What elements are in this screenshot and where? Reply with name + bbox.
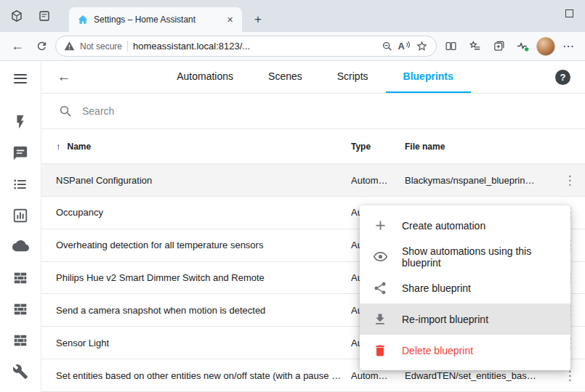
row-type: Automation <box>351 370 405 381</box>
chat-icon[interactable] <box>0 137 41 168</box>
menu-item-reimport-blueprint[interactable]: Re-import blueprint <box>360 303 570 335</box>
share-icon <box>371 281 389 295</box>
read-aloud-icon[interactable]: A <box>398 41 411 52</box>
tab-automations[interactable]: Automations <box>159 62 251 93</box>
ha-tab-bar: Automations Scenes Scripts Blueprints <box>75 62 555 93</box>
home-assistant-favicon <box>77 14 89 25</box>
profile-avatar[interactable] <box>536 37 555 56</box>
tab-scenes[interactable]: Scenes <box>251 62 320 93</box>
row-name: Occupancy <box>41 207 351 218</box>
split-screen-icon[interactable] <box>440 36 461 57</box>
menu-item-show-automations[interactable]: Show automations using this blueprint <box>360 241 570 272</box>
brick-wall-icon[interactable] <box>0 293 41 324</box>
search-input[interactable] <box>82 105 568 117</box>
browser-toolbar: ← Not secure homeassistant.local:8123/..… <box>0 32 585 61</box>
wrench-icon[interactable] <box>0 356 41 387</box>
blueprint-context-menu: Create automation Show automations using… <box>360 205 570 370</box>
brick-wall-icon[interactable] <box>0 262 41 293</box>
not-secure-warning-icon <box>64 41 75 52</box>
column-header-name[interactable]: ↑ Name <box>41 141 351 152</box>
browser-menu-icon[interactable]: ⋯ <box>559 39 578 53</box>
chart-icon[interactable] <box>0 200 41 231</box>
maximize-icon[interactable] <box>565 9 573 17</box>
row-name: Set entities based on other entities new… <box>41 370 351 381</box>
url-text[interactable]: homeassistant.local:8123/... <box>133 41 376 52</box>
tab-title: Settings – Home Assistant <box>94 15 219 25</box>
row-name: Send a camera snapshot when motion is de… <box>41 305 351 316</box>
list-icon[interactable] <box>0 168 41 200</box>
ha-header: ← Automations Scenes Scripts Blueprints … <box>41 62 585 94</box>
help-icon[interactable]: ? <box>555 70 570 85</box>
row-file: Blackymas/nspanel_blueprin… <box>405 175 554 186</box>
workspaces-icon[interactable] <box>6 6 28 26</box>
security-label: Not secure <box>80 41 122 52</box>
collections-icon[interactable] <box>488 36 509 57</box>
eye-icon <box>371 249 389 264</box>
menu-item-create-automation[interactable]: Create automation <box>360 210 570 241</box>
browser-tab[interactable]: Settings – Home Assistant ✕ <box>69 7 242 32</box>
search-icon <box>59 105 72 118</box>
window-controls <box>565 9 573 17</box>
ha-back-icon[interactable]: ← <box>53 66 75 88</box>
row-name: Overheating detection for all temperatur… <box>41 240 351 250</box>
browser-titlebar: Settings – Home Assistant ✕ + <box>0 0 585 32</box>
home-assistant-app: ← Automations Scenes Scripts Blueprints … <box>0 62 585 392</box>
cloud-icon[interactable] <box>0 231 41 262</box>
sidebar-items <box>0 106 41 387</box>
tab-close-icon[interactable]: ✕ <box>224 14 236 26</box>
brick-wall-icon[interactable] <box>0 324 41 356</box>
row-type: Automation <box>351 175 405 186</box>
search-bar <box>41 94 585 130</box>
column-header-file-name[interactable]: File name <box>405 142 554 152</box>
row-name: Sensor Light <box>41 338 351 348</box>
row-file: EdwardTEN/set_entities_bas… <box>405 370 554 381</box>
menu-item-share-blueprint[interactable]: Share blueprint <box>360 272 570 303</box>
plus-icon <box>371 218 389 233</box>
table-header: ↑ Name Type File name <box>41 129 585 164</box>
tab-blueprints[interactable]: Blueprints <box>386 62 471 93</box>
zoom-out-icon[interactable] <box>382 41 393 52</box>
menu-item-delete-blueprint[interactable]: Delete blueprint <box>360 335 570 366</box>
row-overflow-menu-icon[interactable]: ⋮ <box>560 170 580 190</box>
back-button[interactable]: ← <box>7 36 28 57</box>
address-bar[interactable]: Not secure homeassistant.local:8123/... … <box>55 36 437 57</box>
lightning-icon[interactable] <box>0 106 41 137</box>
favorite-star-icon[interactable] <box>416 40 428 52</box>
table-row[interactable]: NSPanel Configuration Automation Blackym… <box>41 164 585 197</box>
sort-ascending-icon: ↑ <box>56 141 61 152</box>
row-name: NSPanel Configuration <box>41 175 351 186</box>
sidebar-menu-icon[interactable] <box>0 62 41 95</box>
new-tab-button[interactable]: + <box>249 11 267 28</box>
tab-scripts[interactable]: Scripts <box>320 62 386 93</box>
favorites-hub-icon[interactable] <box>464 36 485 57</box>
row-name: Philips Hue v2 Smart Dimmer Switch and R… <box>41 272 351 283</box>
trash-icon <box>371 343 389 358</box>
ha-sidebar <box>0 62 41 392</box>
refresh-button[interactable] <box>31 36 52 57</box>
column-header-type[interactable]: Type <box>351 142 405 152</box>
tab-actions-icon[interactable] <box>33 6 55 26</box>
address-divider <box>127 41 128 52</box>
browser-essentials-icon[interactable] <box>512 36 533 57</box>
import-icon <box>371 312 389 327</box>
